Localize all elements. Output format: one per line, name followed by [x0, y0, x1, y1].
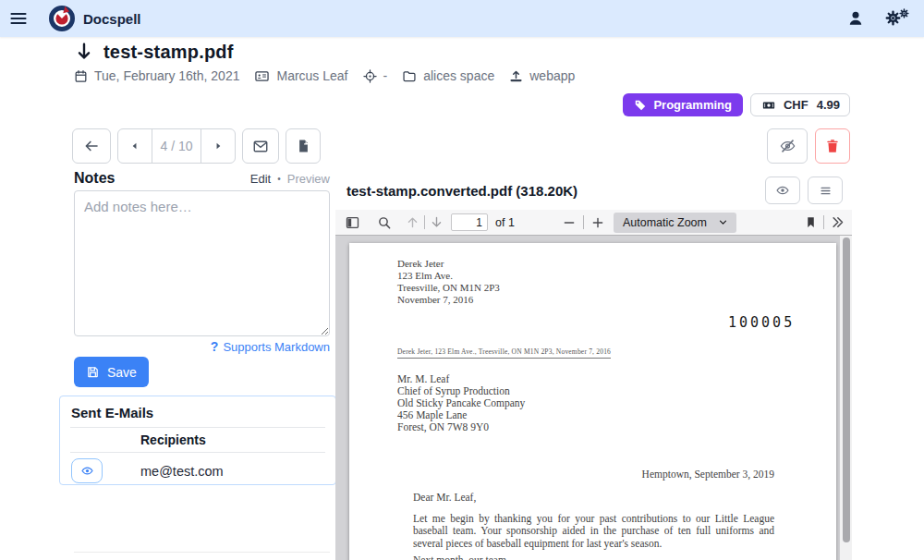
pdfjs-toolbar: of 1 Automatic Zoom — [335, 210, 852, 236]
sidebar-toggle-button[interactable] — [0, 0, 37, 37]
page-number-input[interactable] — [451, 213, 488, 231]
crosshairs-icon — [363, 69, 377, 83]
send-mail-button[interactable] — [242, 128, 279, 164]
delete-button[interactable] — [815, 128, 850, 164]
eye-slash-icon — [779, 138, 796, 154]
page-down-icon[interactable] — [430, 215, 444, 229]
next-item-button[interactable] — [201, 129, 235, 163]
recipient-address: me@test.com — [140, 464, 224, 479]
eye-icon — [775, 184, 790, 197]
sent-email-row: me@test.com — [71, 453, 324, 483]
arrow-left-icon — [83, 138, 100, 154]
scrollbar-thumb[interactable] — [843, 237, 850, 542]
question-icon: ? — [211, 339, 219, 354]
trash-icon — [825, 138, 840, 154]
letter-body-partial: Next month, our team … — [413, 554, 774, 560]
sent-emails-panel: Sent E-Mails Recipients me@test.com — [59, 396, 336, 485]
back-button[interactable] — [72, 128, 111, 164]
page-count-label: of 1 — [495, 216, 515, 229]
stamp-number: 100005 — [728, 314, 795, 331]
item-folder[interactable]: alices space — [402, 68, 494, 83]
file-plus-icon — [297, 138, 310, 154]
item-correspondent[interactable]: Marcus Leaf — [254, 68, 347, 83]
letter-recipient-block: Mr. M. Leaf Chief of Syrup Production Ol… — [397, 373, 525, 433]
chevron-down-icon — [718, 217, 728, 227]
letter-body: Let me begin by thanking you for your pa… — [413, 513, 774, 550]
markdown-hint[interactable]: ?Supports Markdown — [74, 339, 330, 354]
notes-link-separator: • — [277, 174, 281, 184]
recipients-header: Recipients — [71, 428, 324, 452]
notes-preview-link[interactable]: Preview — [287, 172, 330, 186]
notes-header: Notes Edit • Preview — [74, 170, 330, 187]
toolbar-more-icon[interactable] — [831, 215, 845, 229]
toolbar-separator — [823, 215, 824, 229]
notes-input[interactable] — [74, 190, 330, 336]
zoom-in-icon[interactable] — [591, 216, 604, 229]
item-header: test-stamp.pdf — [74, 41, 234, 63]
page-up-icon[interactable] — [406, 215, 419, 229]
section-divider — [74, 552, 330, 553]
save-icon — [86, 365, 100, 379]
tag-badge[interactable]: Programming — [623, 93, 743, 116]
zoom-out-icon[interactable] — [563, 216, 576, 229]
item-position-label: 4 / 10 — [152, 129, 201, 163]
search-icon[interactable] — [377, 215, 392, 230]
letter-dateline: Hemptown, September 3, 2019 — [642, 469, 774, 480]
item-toolbar-right — [767, 128, 850, 164]
bookmark-icon[interactable] — [805, 215, 817, 229]
attachment-filename: test-stamp.converted.pdf (318.20K) — [346, 183, 578, 199]
sidebar-toggle-icon[interactable] — [345, 215, 360, 230]
item-toolbar-left: 4 / 10 — [72, 128, 321, 164]
user-menu-icon[interactable] — [846, 9, 865, 28]
notes-title: Notes — [74, 170, 115, 187]
upload-icon — [509, 69, 523, 83]
caret-left-icon — [128, 140, 141, 152]
add-file-button[interactable] — [286, 128, 321, 164]
arrow-down-icon — [74, 41, 94, 63]
letter-salutation: Dear Mr. Leaf, — [413, 492, 476, 503]
item-date: Tue, February 16th, 2021 — [74, 68, 239, 83]
attachment-view-button[interactable] — [765, 177, 800, 204]
amount-badge[interactable]: CHF 4.99 — [750, 93, 850, 116]
letter-sender-block: Derek Jeter 123 Elm Ave. Treesville, ON … — [397, 258, 500, 306]
docspell-item-page: Docspell test-stamp.pdf Tue, February 16… — [0, 0, 924, 560]
toolbar-separator — [583, 215, 584, 229]
hamburger-icon — [9, 9, 28, 28]
tag-icon — [634, 99, 647, 112]
prev-item-button[interactable] — [118, 129, 152, 163]
notes-edit-link[interactable]: Edit — [250, 172, 271, 186]
item-title: test-stamp.pdf — [103, 42, 234, 63]
save-notes-button[interactable]: Save — [74, 357, 149, 387]
folder-icon — [402, 69, 417, 83]
sent-emails-title: Sent E-Mails — [71, 405, 324, 420]
unconfirm-button[interactable] — [767, 128, 808, 164]
money-bill-icon — [760, 99, 777, 112]
toolbar-separator — [424, 215, 425, 229]
attachment-header: test-stamp.converted.pdf (318.20K) — [335, 171, 852, 210]
attachment-menu-button[interactable] — [808, 177, 843, 204]
item-concerning: - — [363, 68, 388, 83]
docspell-logo — [48, 5, 76, 32]
pdf-page: Derek Jeter 123 Elm Ave. Treesville, ON … — [349, 243, 836, 560]
caret-right-icon — [212, 140, 225, 152]
eye-icon — [80, 465, 94, 477]
item-metadata: Tue, February 16th, 2021 Marcus Leaf - a… — [74, 68, 575, 83]
calendar-icon — [74, 69, 88, 83]
view-email-button[interactable] — [71, 458, 103, 483]
badges-row: Programming CHF 4.99 — [623, 93, 850, 116]
settings-gears-icon[interactable] — [885, 8, 909, 29]
app-title: Docspell — [83, 11, 141, 27]
pdf-scrollbar — [840, 236, 852, 560]
pdf-viewer[interactable]: Derek Jeter 123 Elm Ave. Treesville, ON … — [335, 236, 852, 560]
menu-icon — [819, 184, 833, 198]
envelope-icon — [252, 139, 269, 154]
item-source: webapp — [509, 68, 575, 83]
zoom-select[interactable]: Automatic Zoom — [614, 213, 736, 233]
return-address-line: Derek Jeter, 123 Elm Ave., Treesville, O… — [397, 347, 611, 359]
top-navbar: Docspell — [0, 0, 924, 37]
id-card-icon — [254, 69, 270, 83]
attachment-panel: test-stamp.converted.pdf (318.20K) of 1 — [335, 171, 852, 560]
item-pager: 4 / 10 — [117, 128, 236, 164]
